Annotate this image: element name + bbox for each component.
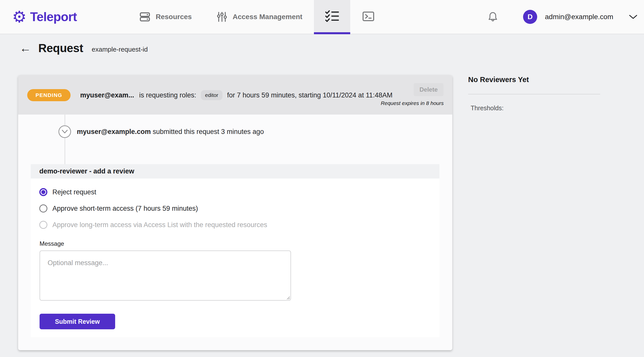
message-label: Message (40, 240, 64, 247)
top-navigation-bar: ⚙ Teleport Resources (0, 0, 644, 34)
option-reject-request-label: Reject request (52, 188, 96, 196)
option-approve-short-term[interactable]: Approve short-term access (7 hours 59 mi… (39, 204, 267, 213)
tab-access-requests[interactable] (314, 0, 350, 34)
request-duration-text: for 7 hours 59 minutes, starting 10/11/2… (227, 91, 392, 99)
back-arrow-icon[interactable]: ← (20, 42, 31, 54)
review-options: Reject request Approve short-term access… (39, 188, 267, 229)
timeline-event: myuser@example.com submitted this reques… (77, 128, 264, 136)
active-tab-underline (314, 32, 350, 34)
sliders-icon (217, 11, 227, 22)
page-title-row: ← Request example-request-id (20, 41, 148, 55)
requester-name: myuser@exam... (80, 91, 134, 99)
nav-item-access-management-label: Access Management (233, 13, 302, 21)
account-menu-chevron-down-icon[interactable] (629, 14, 637, 19)
user-avatar[interactable]: D (523, 10, 537, 24)
request-card: PENDING myuser@exam... is requesting rol… (18, 75, 452, 350)
collapse-chevron-icon[interactable] (58, 125, 71, 138)
status-badge: PENDING (27, 89, 71, 101)
timeline-event-text: submitted this request 3 minutes ago (151, 128, 264, 135)
delete-button[interactable]: Delete (414, 83, 443, 96)
account-email[interactable]: admin@example.com (545, 13, 613, 21)
teleport-logo[interactable]: ⚙ Teleport (12, 0, 77, 34)
sidebar-divider (468, 94, 600, 94)
review-box-body: Reject request Approve short-term access… (31, 178, 439, 337)
request-id: example-request-id (92, 46, 148, 53)
thresholds-label: Thresholds: (471, 104, 600, 112)
nav-right-cluster: D admin@example.com (488, 0, 637, 34)
review-box-header: demo-reviewer - add a review (31, 164, 439, 178)
nav-tabs: Resources Access Management (140, 0, 387, 34)
radio-approve-long-term (39, 221, 47, 229)
message-textarea[interactable] (40, 251, 291, 301)
request-action-text: is requesting roles: (139, 91, 196, 99)
option-approve-long-term-label: Approve long-term access via Access List… (52, 221, 267, 229)
teleport-logo-text: Teleport (30, 10, 77, 24)
reviewers-heading: No Reviewers Yet (468, 76, 600, 84)
resources-icon (140, 12, 150, 22)
page-title: Request (38, 41, 83, 55)
radio-reject-request[interactable] (39, 188, 47, 196)
timeline-event-user: myuser@example.com (77, 128, 151, 135)
tab-terminal[interactable] (350, 0, 387, 34)
submit-review-button[interactable]: Submit Review (40, 314, 115, 329)
option-reject-request[interactable]: Reject request (39, 188, 267, 197)
notifications-bell-icon[interactable] (488, 11, 498, 22)
radio-approve-short-term[interactable] (39, 204, 47, 212)
nav-item-access-management[interactable]: Access Management (217, 0, 302, 34)
role-pill: editor (201, 90, 223, 100)
teleport-request-page: ⚙ Teleport Resources (0, 0, 644, 357)
request-card-body: myuser@example.com submitted this reques… (18, 115, 452, 350)
request-summary-row: PENDING myuser@exam... is requesting rol… (27, 89, 393, 101)
nav-item-resources-label: Resources (156, 13, 192, 21)
reviewers-sidebar: No Reviewers Yet Thresholds: (468, 76, 600, 112)
option-approve-long-term: Approve long-term access via Access List… (39, 220, 267, 229)
teleport-gear-icon: ⚙ (12, 9, 26, 25)
option-approve-short-term-label: Approve short-term access (7 hours 59 mi… (52, 205, 198, 212)
request-summary-band: PENDING myuser@exam... is requesting rol… (18, 75, 452, 115)
checklist-icon (325, 10, 339, 24)
review-box: demo-reviewer - add a review Reject requ… (31, 164, 439, 337)
terminal-icon (362, 11, 374, 22)
nav-item-resources[interactable]: Resources (140, 0, 192, 34)
request-expires-text: Request expires in 8 hours (381, 100, 444, 106)
timeline-line (65, 115, 65, 164)
